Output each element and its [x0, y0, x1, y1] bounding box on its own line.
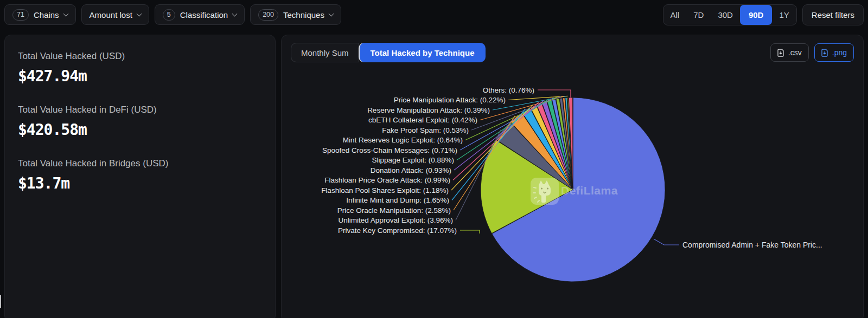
download-file-icon	[821, 49, 828, 57]
export-png-button[interactable]: .png	[814, 43, 854, 62]
stat-label: Total Value Hacked (USD)	[18, 51, 262, 62]
stat-value: $13.7m	[18, 174, 262, 192]
stat-block: Total Value Hacked in DeFi (USD)$420.58m	[18, 105, 262, 139]
filter-classification-button[interactable]: 5Classification	[155, 4, 245, 25]
time-range-1y[interactable]: 1Y	[772, 5, 796, 25]
stats-panel: Total Value Hacked (USD)$427.94mTotal Va…	[4, 35, 276, 318]
reset-filters-button[interactable]: Reset filters	[802, 4, 864, 25]
filter-label: Classification	[180, 10, 228, 20]
stat-value: $427.94m	[18, 67, 262, 85]
time-range-30d[interactable]: 30D	[711, 5, 740, 25]
chevron-down-icon	[136, 11, 142, 16]
filter-label: Chains	[34, 10, 59, 20]
chevron-down-icon	[232, 11, 238, 16]
stat-label: Total Value Hacked in DeFi (USD)	[18, 105, 262, 115]
filter-count-badge: 5	[163, 9, 175, 21]
time-range-all[interactable]: All	[663, 5, 687, 25]
filter-amount-lost-button[interactable]: Amount lost	[81, 4, 149, 25]
filter-techniques-button[interactable]: 200Techniques	[250, 4, 341, 25]
time-range-7d[interactable]: 7D	[686, 5, 711, 25]
export-label: .png	[832, 48, 847, 57]
export-csv-button[interactable]: .csv	[770, 43, 809, 62]
filter-group: 71ChainsAmount lost5Classification200Tec…	[4, 4, 341, 25]
filter-count-badge: 200	[258, 9, 278, 21]
chart-tabs: Monthly SumTotal Hacked by Technique	[291, 43, 486, 62]
chevron-down-icon	[63, 11, 68, 16]
chevron-down-icon	[328, 11, 334, 16]
stat-label: Total Value Hacked in Bridges (USD)	[18, 158, 262, 169]
download-file-icon	[777, 49, 784, 57]
filter-chains-button[interactable]: 71Chains	[4, 4, 76, 25]
time-range-selector: All7D30D90D1Y	[663, 4, 797, 25]
scrollbar-sliver[interactable]	[0, 295, 1, 308]
export-label: .csv	[788, 48, 802, 57]
stat-block: Total Value Hacked in Bridges (USD)$13.7…	[18, 158, 262, 192]
export-buttons: .csv.png	[770, 43, 854, 62]
filter-label: Techniques	[283, 10, 324, 20]
stat-value: $420.58m	[18, 121, 262, 139]
filter-count-badge: 71	[12, 9, 29, 21]
stat-block: Total Value Hacked (USD)$427.94m	[18, 51, 262, 85]
top-filter-bar: 71ChainsAmount lost5Classification200Tec…	[4, 4, 864, 26]
tab-monthly-sum[interactable]: Monthly Sum	[291, 43, 359, 62]
filter-label: Amount lost	[90, 10, 132, 20]
stats-list: Total Value Hacked (USD)$427.94mTotal Va…	[18, 51, 262, 192]
time-range-group: All7D30D90D1Y Reset filters	[663, 4, 864, 25]
time-range-90d[interactable]: 90D	[740, 5, 773, 25]
tab-total-hacked-by-technique[interactable]: Total Hacked by Technique	[359, 43, 486, 62]
chart-panel-header: Monthly SumTotal Hacked by Technique .cs…	[282, 35, 863, 62]
